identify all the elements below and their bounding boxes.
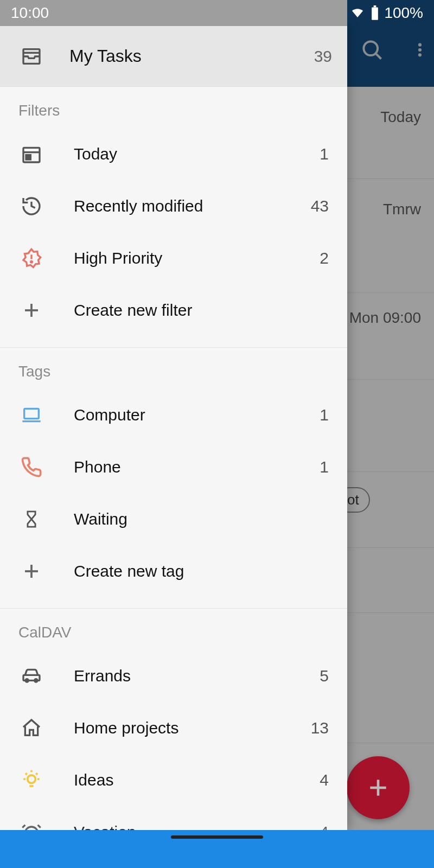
item-label: Phone (48, 458, 320, 476)
lightbulb-icon (15, 768, 48, 792)
item-label: Recently modified (48, 197, 311, 215)
hourglass-icon (15, 508, 48, 530)
svg-line-28 (36, 773, 37, 775)
filter-item-recent[interactable]: Recently modified 43 (0, 180, 347, 232)
battery-icon (370, 5, 380, 21)
item-label: Vacation (48, 823, 320, 830)
item-count: 13 (311, 719, 332, 737)
item-count: 1 (320, 145, 332, 163)
item-label: Home projects (48, 719, 311, 737)
item-count: 4 (320, 771, 332, 789)
svg-rect-16 (24, 409, 39, 418)
nav-handle[interactable] (171, 835, 263, 839)
caldav-item-home[interactable]: Home projects 13 (0, 702, 347, 754)
item-label: Create new filter (48, 301, 332, 320)
section-header: Tags (0, 348, 347, 389)
battery-percent: 100% (384, 4, 423, 22)
tag-item-computer[interactable]: Computer 1 (0, 389, 347, 441)
priority-icon (15, 247, 48, 269)
svg-point-13 (31, 261, 33, 263)
section-tags: Tags Computer 1 Phone 1 Waiting (0, 348, 347, 609)
item-label: Today (48, 145, 320, 163)
android-nav-bar (0, 830, 434, 868)
caldav-item-errands[interactable]: Errands 5 (0, 650, 347, 702)
caldav-item-ideas[interactable]: Ideas 4 (0, 754, 347, 806)
filter-item-today[interactable]: Today 1 (0, 128, 347, 180)
status-time: 10:00 (11, 4, 49, 22)
item-label: High Priority (48, 249, 320, 267)
section-caldav: CalDAV Errands 5 Home projects 13 I (0, 609, 347, 830)
add-task-fab[interactable] (347, 756, 410, 819)
drawer-header-my-tasks[interactable]: My Tasks 39 (0, 26, 347, 87)
history-icon (15, 195, 48, 217)
svg-point-23 (28, 775, 36, 783)
drawer-title-count: 39 (314, 47, 332, 66)
laptop-icon (15, 404, 48, 426)
wifi-icon (349, 7, 366, 20)
plus-icon (15, 561, 48, 581)
item-count: 4 (320, 823, 332, 830)
item-count: 1 (320, 458, 332, 476)
plus-icon (15, 301, 48, 320)
item-label: Create new tag (48, 562, 332, 580)
svg-rect-10 (26, 155, 30, 159)
item-label: Errands (48, 667, 320, 685)
svg-line-27 (25, 773, 27, 775)
item-label: Computer (48, 406, 320, 424)
item-count: 43 (311, 197, 332, 215)
navigation-drawer: My Tasks 39 Filters Today 1 Recently mod… (0, 26, 347, 830)
car-icon (15, 665, 48, 687)
alarm-icon (15, 821, 48, 830)
filter-item-priority[interactable]: High Priority 2 (0, 232, 347, 284)
calendar-today-icon (15, 143, 48, 165)
caldav-item-vacation[interactable]: Vacation 4 (0, 806, 347, 830)
section-header: CalDAV (0, 609, 347, 650)
item-label: Waiting (48, 510, 332, 528)
svg-rect-32 (374, 5, 376, 8)
item-count: 1 (320, 406, 332, 424)
item-count: 5 (320, 667, 332, 685)
phone-icon (15, 456, 48, 478)
drawer-title: My Tasks (48, 46, 314, 66)
item-label: Ideas (48, 771, 320, 789)
section-filters: Filters Today 1 Recently modified 43 (0, 87, 347, 348)
create-filter-button[interactable]: Create new filter (0, 284, 347, 336)
item-count: 2 (320, 249, 332, 267)
status-bar: 10:00 100% (0, 0, 434, 26)
inbox-icon (15, 46, 48, 67)
home-icon (15, 717, 48, 739)
section-header: Filters (0, 87, 347, 128)
svg-rect-31 (372, 8, 379, 20)
tag-item-waiting[interactable]: Waiting (0, 493, 347, 545)
tag-item-phone[interactable]: Phone 1 (0, 441, 347, 493)
create-tag-button[interactable]: Create new tag (0, 545, 347, 597)
